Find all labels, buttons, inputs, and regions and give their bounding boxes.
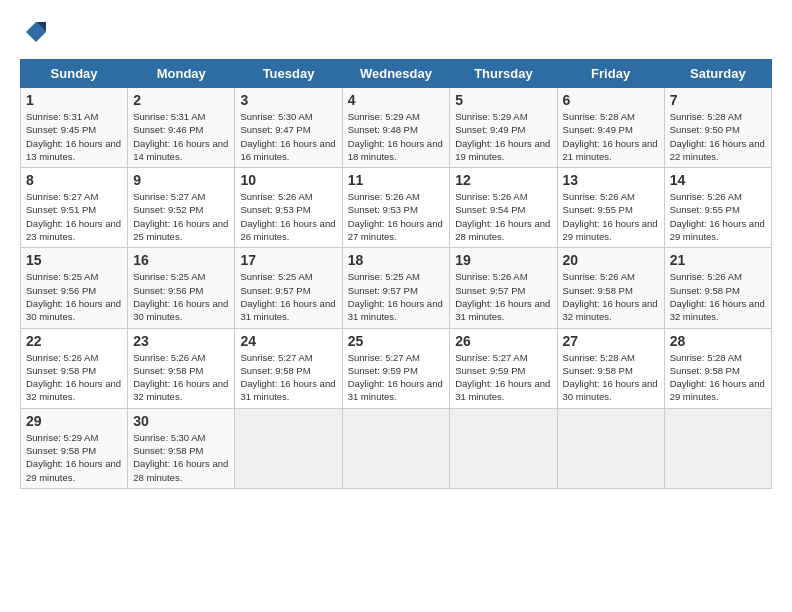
day-info: Sunrise: 5:28 AMSunset: 9:58 PMDaylight:… (563, 351, 659, 404)
calendar-cell: 17Sunrise: 5:25 AMSunset: 9:57 PMDayligh… (235, 248, 342, 328)
calendar-week-row: 8Sunrise: 5:27 AMSunset: 9:51 PMDaylight… (21, 168, 772, 248)
calendar-cell: 13Sunrise: 5:26 AMSunset: 9:55 PMDayligh… (557, 168, 664, 248)
logo (20, 20, 48, 49)
calendar-cell: 27Sunrise: 5:28 AMSunset: 9:58 PMDayligh… (557, 328, 664, 408)
calendar-cell: 14Sunrise: 5:26 AMSunset: 9:55 PMDayligh… (664, 168, 771, 248)
calendar-cell: 6Sunrise: 5:28 AMSunset: 9:49 PMDaylight… (557, 88, 664, 168)
column-header-wednesday: Wednesday (342, 60, 450, 88)
calendar-cell: 28Sunrise: 5:28 AMSunset: 9:58 PMDayligh… (664, 328, 771, 408)
day-number: 14 (670, 172, 766, 188)
day-number: 7 (670, 92, 766, 108)
day-number: 16 (133, 252, 229, 268)
day-number: 21 (670, 252, 766, 268)
calendar-cell: 9Sunrise: 5:27 AMSunset: 9:52 PMDaylight… (128, 168, 235, 248)
day-info: Sunrise: 5:29 AMSunset: 9:58 PMDaylight:… (26, 431, 122, 484)
day-info: Sunrise: 5:30 AMSunset: 9:47 PMDaylight:… (240, 110, 336, 163)
day-info: Sunrise: 5:25 AMSunset: 9:57 PMDaylight:… (240, 270, 336, 323)
day-number: 15 (26, 252, 122, 268)
day-number: 11 (348, 172, 445, 188)
calendar-cell: 26Sunrise: 5:27 AMSunset: 9:59 PMDayligh… (450, 328, 557, 408)
calendar-cell: 7Sunrise: 5:28 AMSunset: 9:50 PMDaylight… (664, 88, 771, 168)
calendar-cell: 2Sunrise: 5:31 AMSunset: 9:46 PMDaylight… (128, 88, 235, 168)
column-header-monday: Monday (128, 60, 235, 88)
day-number: 28 (670, 333, 766, 349)
calendar-cell: 22Sunrise: 5:26 AMSunset: 9:58 PMDayligh… (21, 328, 128, 408)
calendar-cell (342, 408, 450, 488)
day-info: Sunrise: 5:28 AMSunset: 9:49 PMDaylight:… (563, 110, 659, 163)
day-info: Sunrise: 5:26 AMSunset: 9:57 PMDaylight:… (455, 270, 551, 323)
day-number: 24 (240, 333, 336, 349)
day-info: Sunrise: 5:27 AMSunset: 9:59 PMDaylight:… (455, 351, 551, 404)
calendar-cell (450, 408, 557, 488)
day-number: 19 (455, 252, 551, 268)
day-number: 1 (26, 92, 122, 108)
calendar-cell: 20Sunrise: 5:26 AMSunset: 9:58 PMDayligh… (557, 248, 664, 328)
column-header-tuesday: Tuesday (235, 60, 342, 88)
calendar-cell: 15Sunrise: 5:25 AMSunset: 9:56 PMDayligh… (21, 248, 128, 328)
day-info: Sunrise: 5:27 AMSunset: 9:51 PMDaylight:… (26, 190, 122, 243)
day-info: Sunrise: 5:25 AMSunset: 9:56 PMDaylight:… (133, 270, 229, 323)
calendar-week-row: 1Sunrise: 5:31 AMSunset: 9:45 PMDaylight… (21, 88, 772, 168)
day-info: Sunrise: 5:25 AMSunset: 9:57 PMDaylight:… (348, 270, 445, 323)
day-info: Sunrise: 5:26 AMSunset: 9:55 PMDaylight:… (563, 190, 659, 243)
calendar-cell: 10Sunrise: 5:26 AMSunset: 9:53 PMDayligh… (235, 168, 342, 248)
day-number: 6 (563, 92, 659, 108)
calendar-cell: 30Sunrise: 5:30 AMSunset: 9:58 PMDayligh… (128, 408, 235, 488)
day-number: 23 (133, 333, 229, 349)
day-number: 27 (563, 333, 659, 349)
day-number: 9 (133, 172, 229, 188)
day-info: Sunrise: 5:26 AMSunset: 9:58 PMDaylight:… (26, 351, 122, 404)
day-number: 18 (348, 252, 445, 268)
day-number: 8 (26, 172, 122, 188)
calendar-cell (235, 408, 342, 488)
calendar-cell: 19Sunrise: 5:26 AMSunset: 9:57 PMDayligh… (450, 248, 557, 328)
day-info: Sunrise: 5:30 AMSunset: 9:58 PMDaylight:… (133, 431, 229, 484)
calendar-cell (557, 408, 664, 488)
day-number: 30 (133, 413, 229, 429)
day-number: 25 (348, 333, 445, 349)
calendar-table: SundayMondayTuesdayWednesdayThursdayFrid… (20, 59, 772, 489)
day-info: Sunrise: 5:26 AMSunset: 9:58 PMDaylight:… (563, 270, 659, 323)
column-header-saturday: Saturday (664, 60, 771, 88)
column-header-thursday: Thursday (450, 60, 557, 88)
day-info: Sunrise: 5:31 AMSunset: 9:45 PMDaylight:… (26, 110, 122, 163)
day-info: Sunrise: 5:28 AMSunset: 9:58 PMDaylight:… (670, 351, 766, 404)
calendar-week-row: 15Sunrise: 5:25 AMSunset: 9:56 PMDayligh… (21, 248, 772, 328)
day-info: Sunrise: 5:29 AMSunset: 9:49 PMDaylight:… (455, 110, 551, 163)
day-info: Sunrise: 5:28 AMSunset: 9:50 PMDaylight:… (670, 110, 766, 163)
day-info: Sunrise: 5:26 AMSunset: 9:54 PMDaylight:… (455, 190, 551, 243)
column-header-friday: Friday (557, 60, 664, 88)
day-number: 22 (26, 333, 122, 349)
day-number: 3 (240, 92, 336, 108)
day-number: 2 (133, 92, 229, 108)
day-info: Sunrise: 5:26 AMSunset: 9:58 PMDaylight:… (133, 351, 229, 404)
calendar-cell: 21Sunrise: 5:26 AMSunset: 9:58 PMDayligh… (664, 248, 771, 328)
calendar-cell: 11Sunrise: 5:26 AMSunset: 9:53 PMDayligh… (342, 168, 450, 248)
day-info: Sunrise: 5:31 AMSunset: 9:46 PMDaylight:… (133, 110, 229, 163)
day-info: Sunrise: 5:26 AMSunset: 9:53 PMDaylight:… (240, 190, 336, 243)
day-number: 10 (240, 172, 336, 188)
day-number: 4 (348, 92, 445, 108)
calendar-cell: 23Sunrise: 5:26 AMSunset: 9:58 PMDayligh… (128, 328, 235, 408)
calendar-week-row: 22Sunrise: 5:26 AMSunset: 9:58 PMDayligh… (21, 328, 772, 408)
day-info: Sunrise: 5:25 AMSunset: 9:56 PMDaylight:… (26, 270, 122, 323)
day-info: Sunrise: 5:27 AMSunset: 9:58 PMDaylight:… (240, 351, 336, 404)
day-number: 20 (563, 252, 659, 268)
calendar-cell: 3Sunrise: 5:30 AMSunset: 9:47 PMDaylight… (235, 88, 342, 168)
logo-icon (24, 20, 48, 44)
calendar-cell: 29Sunrise: 5:29 AMSunset: 9:58 PMDayligh… (21, 408, 128, 488)
day-number: 17 (240, 252, 336, 268)
column-header-sunday: Sunday (21, 60, 128, 88)
calendar-cell (664, 408, 771, 488)
calendar-cell: 25Sunrise: 5:27 AMSunset: 9:59 PMDayligh… (342, 328, 450, 408)
day-info: Sunrise: 5:27 AMSunset: 9:52 PMDaylight:… (133, 190, 229, 243)
calendar-body: 1Sunrise: 5:31 AMSunset: 9:45 PMDaylight… (21, 88, 772, 489)
day-info: Sunrise: 5:29 AMSunset: 9:48 PMDaylight:… (348, 110, 445, 163)
calendar-cell: 4Sunrise: 5:29 AMSunset: 9:48 PMDaylight… (342, 88, 450, 168)
calendar-cell: 18Sunrise: 5:25 AMSunset: 9:57 PMDayligh… (342, 248, 450, 328)
calendar-cell: 16Sunrise: 5:25 AMSunset: 9:56 PMDayligh… (128, 248, 235, 328)
calendar-header-row: SundayMondayTuesdayWednesdayThursdayFrid… (21, 60, 772, 88)
day-number: 5 (455, 92, 551, 108)
day-number: 26 (455, 333, 551, 349)
day-number: 29 (26, 413, 122, 429)
